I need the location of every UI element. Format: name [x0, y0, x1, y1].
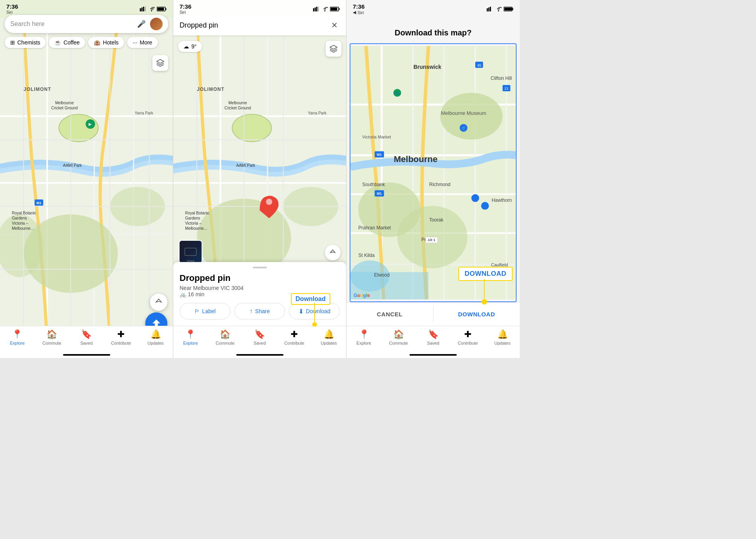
- botanic-label: Royal BotanicGardensVictoria –Melbourne.…: [12, 210, 36, 231]
- jolimont-label: JOLIMONT: [24, 87, 51, 92]
- tab-saved-2[interactable]: 🔖 Saved: [243, 329, 277, 345]
- chip-coffee[interactable]: ☕ Coffee: [49, 37, 85, 48]
- svg-rect-60: [513, 8, 513, 10]
- hawthorn-label: Hawthorn: [492, 198, 512, 203]
- status-bar-2: 7:36 Siri: [173, 0, 346, 16]
- dropped-pin-text: Dropped pin: [180, 21, 324, 30]
- status-bar-1: 7:36 Siri: [0, 0, 173, 16]
- status-bar-3: 7:36 ◀ Siri: [346, 0, 520, 17]
- tab-commute[interactable]: 🏠 Commute: [35, 329, 69, 345]
- commute-icon: 🏠: [46, 329, 57, 340]
- svg-text:M1: M1: [377, 153, 382, 157]
- tab-saved[interactable]: 🔖 Saved: [69, 329, 104, 345]
- svg-rect-55: [487, 8, 488, 11]
- dialog-actions: CANCEL DOWNLOAD: [346, 302, 520, 326]
- tab-contribute-3[interactable]: ✚ Contribute: [450, 329, 485, 345]
- tab-explore-label: Explore: [10, 341, 24, 345]
- sheet-handle: [253, 267, 267, 268]
- cancel-button[interactable]: CANCEL: [346, 303, 433, 326]
- svg-point-91: [481, 202, 489, 210]
- tab-commute-label-3: Commute: [389, 341, 408, 345]
- weather-chip: ☁ 9°: [178, 41, 202, 52]
- tab-commute-2[interactable]: 🏠 Commute: [208, 329, 243, 345]
- mic-icon[interactable]: 🎤: [136, 18, 147, 30]
- label-icon: 🏳: [194, 308, 200, 314]
- toorak-label: Toorak: [429, 217, 443, 223]
- commute-icon-3: 🏠: [393, 329, 404, 340]
- botanic-label-2: Royal BotanicGardensVictoria –Melbourne.…: [185, 210, 209, 231]
- siri-3: Siri: [358, 10, 364, 15]
- dropped-pin-bar[interactable]: Dropped pin ✕: [173, 15, 346, 35]
- panel-title: Dropped pin: [180, 273, 340, 283]
- time-1: 7:36: [6, 3, 18, 10]
- share-button[interactable]: ↑ Share: [234, 303, 285, 319]
- dialog-header: Download this map?: [346, 23, 520, 41]
- chip-hotels-label: Hotels: [103, 39, 119, 46]
- svg-rect-22: [140, 8, 141, 11]
- svg-point-37: [232, 114, 272, 142]
- tab-updates[interactable]: 🔔 Updates: [138, 329, 173, 345]
- layer-button[interactable]: [152, 55, 168, 71]
- tab-contribute[interactable]: ✚ Contribute: [104, 329, 138, 345]
- bike-icon: 🚲: [180, 291, 186, 297]
- clifton-hill-label: Clifton Hill: [491, 76, 512, 81]
- chip-more[interactable]: ··· More: [127, 37, 158, 48]
- chip-hotels[interactable]: 🏨 Hotels: [88, 37, 124, 48]
- chip-chemists-label: Chemists: [17, 39, 40, 46]
- tab-saved-label-2: Saved: [254, 341, 266, 345]
- updates-icon: 🔔: [150, 329, 161, 340]
- svg-point-93: [482, 299, 487, 305]
- cricket-label-2: MelbourneCricket Ground: [224, 100, 251, 111]
- download-icon: ⬇: [298, 308, 304, 315]
- brunswick-label: Brunswick: [413, 64, 441, 70]
- tab-explore-2[interactable]: 📍 Explore: [173, 329, 208, 345]
- search-bar[interactable]: Search here 🎤: [5, 15, 168, 33]
- tab-updates-3[interactable]: 🔔 Updates: [485, 329, 520, 345]
- svg-text:▶: ▶: [89, 122, 92, 126]
- label-button[interactable]: 🏳 Label: [180, 303, 230, 319]
- southbank-label: Southbank: [362, 182, 385, 187]
- tab-bar-1: 📍 Explore 🏠 Commute 🔖 Saved ✚ Contribute…: [0, 326, 173, 358]
- tab-explore-label-2: Explore: [183, 341, 198, 345]
- explore-icon-2: 📍: [185, 329, 196, 340]
- svg-point-49: [324, 10, 325, 11]
- location-button[interactable]: [150, 293, 167, 311]
- user-avatar[interactable]: [150, 18, 163, 30]
- label-text: Label: [202, 308, 215, 314]
- layer-button-2[interactable]: [326, 41, 341, 57]
- chemists-icon: ⊞: [10, 39, 15, 46]
- yarra-label-2: Yarra Park: [308, 111, 326, 115]
- tab-contribute-label-2: Contribute: [284, 341, 304, 345]
- tab-updates-2[interactable]: 🔔 Updates: [311, 329, 346, 345]
- siri-1: Siri: [6, 10, 18, 15]
- satellite-thumbnail[interactable]: Default: [179, 240, 202, 264]
- phone-3: 7:36 ◀ Siri Download this map?: [346, 0, 520, 358]
- tab-contribute-label: Contribute: [111, 341, 131, 345]
- tab-explore[interactable]: 📍 Explore: [0, 329, 35, 345]
- tab-contribute-2[interactable]: ✚ Contribute: [277, 329, 311, 345]
- tab-explore-3[interactable]: 📍 Explore: [346, 329, 381, 345]
- tab-updates-label: Updates: [148, 341, 164, 345]
- home-indicator-2: [236, 354, 284, 356]
- home-indicator-1: [63, 354, 110, 356]
- tab-saved-label: Saved: [80, 341, 93, 345]
- close-icon[interactable]: ✕: [329, 20, 340, 31]
- richmond-label: Richmond: [429, 182, 450, 187]
- svg-rect-28: [166, 8, 167, 10]
- map-preview: M1 M1 45 21 🐾 🛒 Brunswick Clifton Hill M…: [350, 43, 517, 302]
- nav-btn-2[interactable]: [325, 245, 341, 260]
- svg-text:M1: M1: [377, 192, 382, 196]
- svg-point-90: [471, 194, 479, 202]
- tab-updates-label-3: Updates: [495, 341, 511, 345]
- siri-2: Siri: [180, 10, 191, 15]
- svg-rect-45: [313, 8, 314, 11]
- chip-chemists[interactable]: ⊞ Chemists: [5, 37, 46, 48]
- tab-commute-3[interactable]: 🏠 Commute: [381, 329, 416, 345]
- tab-saved-3[interactable]: 🔖 Saved: [416, 329, 450, 345]
- saved-icon-2: 🔖: [254, 329, 265, 340]
- svg-rect-56: [488, 7, 489, 11]
- share-icon: ↑: [250, 308, 253, 315]
- download-confirm-button[interactable]: DOWNLOAD: [434, 303, 520, 326]
- svg-text:M1: M1: [37, 201, 41, 205]
- aami-label-2: AAMI Park: [236, 163, 255, 168]
